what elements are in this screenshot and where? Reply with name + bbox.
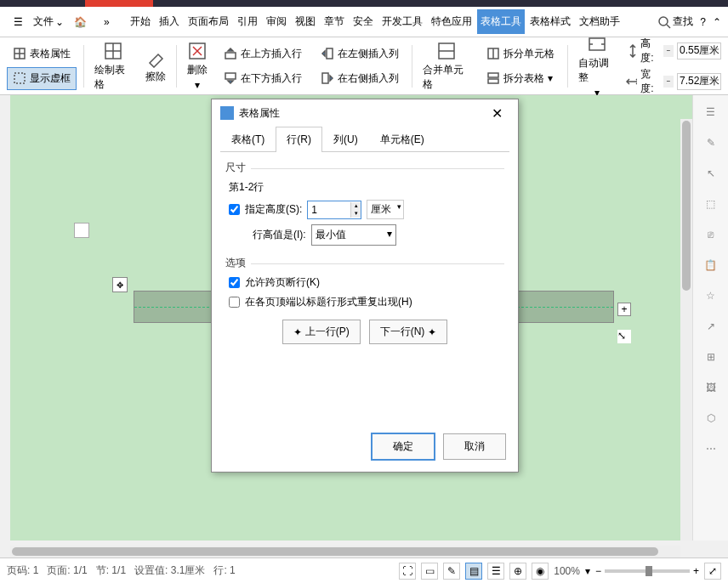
status-section[interactable]: 节: 1/1 [96,563,126,578]
draw-table-button[interactable]: 绘制表格 [91,37,135,95]
help-icon[interactable]: ? [700,16,706,28]
search-button[interactable]: 查找 [657,14,693,29]
collapse-icon[interactable]: ☰ [701,102,721,122]
zoom-track[interactable] [605,569,690,573]
horizontal-scrollbar[interactable] [10,546,680,558]
insert-row-below-button[interactable]: 在下方插入行 [218,67,308,90]
view-read-button[interactable]: ▭ [421,563,438,580]
split-table-button[interactable]: 拆分表格▾ [481,67,560,90]
width-value[interactable] [678,74,720,89]
merge-cells-button[interactable]: 合并单元格 [419,37,473,95]
tab-review[interactable]: 审阅 [263,9,290,34]
zoom-thumb[interactable] [646,566,652,576]
spinner-down-button[interactable]: ▾ [350,210,361,218]
height-value[interactable] [678,43,720,59]
view-fullscreen-button[interactable]: ⛶ [399,563,416,580]
width-input[interactable] [677,73,721,90]
tab-insert[interactable]: 插入 [156,9,183,34]
tab-reference[interactable]: 引用 [234,9,261,34]
cursor-icon[interactable]: ↖ [701,163,721,184]
window-tab[interactable] [85,0,153,7]
status-page-num[interactable]: 页码: 1 [7,563,38,578]
zoom-slider[interactable]: − + [595,565,699,577]
dialog-tab-table[interactable]: 表格(T) [220,127,276,152]
auto-adjust-button[interactable]: 自动调整▾ [575,31,619,102]
chevron-up-icon[interactable]: ⌃ [713,16,721,28]
tab-chapter[interactable]: 章节 [321,9,348,34]
next-row-button[interactable]: 下一行(N)✦ [369,320,448,344]
unit-dropdown[interactable]: 厘米 [367,200,404,219]
height-input[interactable] [677,42,721,59]
hamburger-menu-icon[interactable]: ☰ [7,13,30,31]
ok-button[interactable]: 确定 [372,433,435,460]
dialog-titlebar[interactable]: 表格属性 ✕ [212,99,518,127]
status-page[interactable]: 页面: 1/1 [47,563,87,578]
view-web-button[interactable]: ⊕ [509,563,526,580]
view-edit-button[interactable]: ✎ [443,563,460,580]
page-indicator-icon[interactable] [74,223,89,238]
status-row[interactable]: 行: 1 [213,563,235,578]
search-label: 查找 [673,14,693,29]
view-eye-button[interactable]: ◉ [532,563,549,580]
dialog-tab-column[interactable]: 列(U) [322,127,369,152]
file-menu[interactable]: 文件 ⌄ [33,14,64,29]
table-move-handle[interactable]: ✥ [112,277,128,292]
more-icon[interactable]: ⋯ [701,439,721,459]
home-icon[interactable]: 🏠 [67,13,94,31]
zoom-out-button[interactable]: − [595,565,601,577]
tab-devtools[interactable]: 开发工具 [378,9,426,34]
height-value-field[interactable] [308,201,350,218]
width-decrease-button[interactable]: − [663,76,674,88]
table-add-button[interactable]: + [617,303,631,316]
zoom-in-button[interactable]: + [693,565,699,577]
clipboard-icon[interactable]: 📋 [701,255,721,275]
settings-icon[interactable]: ⎚ [701,224,721,245]
repeat-header-checkbox[interactable] [229,297,240,308]
tab-table-tools[interactable]: 表格工具 [477,9,525,34]
dialog-tab-cell[interactable]: 单元格(E) [369,127,435,152]
allow-break-checkbox[interactable] [229,277,240,288]
edit-pencil-icon[interactable]: ✎ [701,133,721,153]
spinner-up-button[interactable]: ▴ [350,202,361,210]
split-cells-button[interactable]: 拆分单元格 [481,42,560,65]
zoom-value[interactable]: 100% [554,565,580,577]
tab-start[interactable]: 开始 [127,9,154,34]
table-properties-button[interactable]: 表格属性 [7,42,77,65]
prev-row-button[interactable]: ✦上一行(P) [282,320,361,344]
specify-height-checkbox[interactable] [229,204,240,215]
eraser-button[interactable]: 擦除 [142,44,169,88]
vertical-scrollbar[interactable] [680,119,692,541]
table-resize-handle[interactable]: ⤡ [617,330,631,343]
selection-icon[interactable]: ⬚ [701,194,721,214]
cube-icon[interactable]: ⬡ [701,408,721,428]
svg-point-0 [659,17,668,25]
insert-col-left-button[interactable]: 在左侧插入列 [315,42,405,65]
view-page-button[interactable]: ▤ [465,563,482,580]
tab-layout[interactable]: 页面布局 [185,9,232,34]
delete-button[interactable]: 删除▾ [184,37,211,94]
height-decrease-button[interactable]: − [663,45,674,57]
tools-icon[interactable]: ⊞ [701,347,721,367]
image-icon[interactable]: 🖼 [701,377,721,398]
vertical-scroll-thumb[interactable] [682,121,691,291]
fit-button[interactable]: ⤢ [704,563,721,580]
share-icon[interactable]: ↗ [701,316,721,337]
cancel-button[interactable]: 取消 [443,433,506,460]
insert-col-right-button[interactable]: 在右侧插入列 [315,67,405,90]
view-outline-button[interactable]: ☰ [487,563,504,580]
overflow-icon[interactable]: » [97,13,117,31]
status-ruler[interactable]: 设置值: 3.1厘米 [134,563,205,578]
star-icon[interactable]: ☆ [701,286,721,306]
horizontal-scroll-thumb[interactable] [12,547,658,556]
tab-table-style[interactable]: 表格样式 [526,9,574,34]
svg-rect-5 [14,73,25,83]
show-gridlines-button[interactable]: 显示虚框 [7,67,77,90]
close-button[interactable]: ✕ [484,100,509,126]
dialog-tab-row[interactable]: 行(R) [276,127,322,152]
tab-view[interactable]: 视图 [292,9,319,34]
insert-row-above-button[interactable]: 在上方插入行 [218,42,308,65]
height-value-input[interactable]: ▴▾ [307,201,361,219]
row-height-mode-select[interactable]: 最小值▾ [311,224,396,246]
tab-special[interactable]: 特色应用 [428,9,475,34]
tab-security[interactable]: 安全 [350,9,377,34]
